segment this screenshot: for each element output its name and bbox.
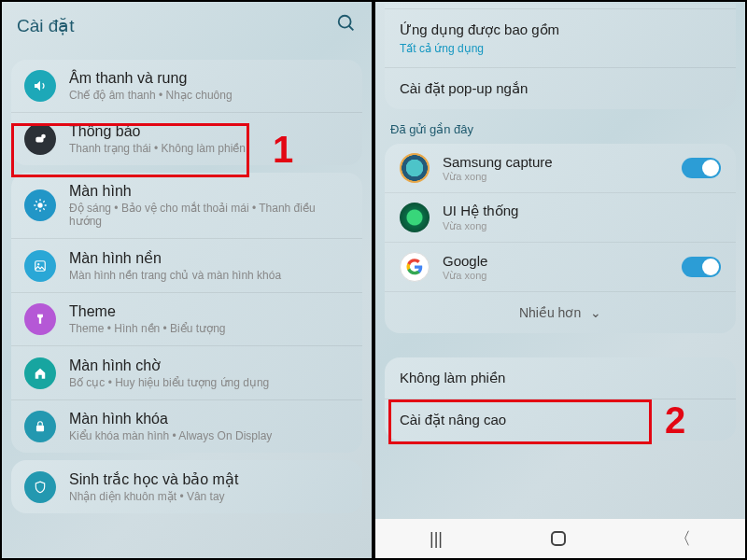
app-sub: Vừa xong: [443, 220, 721, 232]
svg-rect-15: [36, 426, 44, 431]
row-title: Màn hình nền: [69, 249, 349, 267]
app-name: Google: [443, 253, 682, 269]
row-title: Không làm phiền: [400, 370, 721, 386]
settings-group-1: Âm thanh và rung Chế độ âm thanh • Nhạc …: [11, 60, 362, 165]
more-label: Nhiều hơn: [519, 305, 581, 320]
settings-row-home[interactable]: Màn hình chờ Bố cục • Huy hiệu biểu tượn…: [11, 346, 362, 400]
settings-row-theme[interactable]: Theme Theme • Hình nền • Biểu tượng: [11, 293, 362, 346]
svg-line-12: [43, 201, 44, 202]
home-button[interactable]: [551, 531, 566, 546]
brightness-icon: [24, 189, 56, 221]
advanced-row[interactable]: Cài đặt nâng cao: [385, 399, 736, 441]
row-sub: Tất cả ứng dụng: [400, 42, 721, 55]
notification-icon: [24, 123, 56, 155]
theme-icon: [24, 303, 56, 335]
row-title: Sinh trắc học và bảo mật: [69, 470, 349, 488]
app-icon-samsung-capture: [400, 153, 430, 183]
settings-row-display[interactable]: Màn hình Độ sáng • Bảo vệ cho mắt thoải …: [11, 173, 362, 239]
toggle-switch[interactable]: [682, 158, 721, 178]
row-title: Cài đặt pop-up ngắn: [400, 80, 721, 97]
row-title: Thông báo: [69, 123, 349, 140]
svg-line-11: [35, 208, 36, 209]
app-name: Samsung capture: [443, 154, 682, 170]
row-sub: Độ sáng • Bảo vệ cho mắt thoải mái • Tha…: [69, 202, 349, 228]
app-row-google[interactable]: Google Vừa xong: [385, 243, 736, 292]
row-title: Màn hình: [69, 183, 349, 200]
dnd-row[interactable]: Không làm phiền: [385, 357, 736, 399]
settings-row-biometrics[interactable]: Sinh trắc học và bảo mật Nhận diện khuôn…: [11, 460, 362, 513]
wallpaper-icon: [24, 250, 56, 282]
row-title: Ứng dụng được bao gồm: [400, 21, 721, 38]
settings-row-sound[interactable]: Âm thanh và rung Chế độ âm thanh • Nhạc …: [11, 60, 362, 113]
more-button[interactable]: Nhiều hơn ⌄: [385, 292, 736, 333]
popup-settings-row[interactable]: Cài đặt pop-up ngắn: [385, 68, 736, 109]
row-title: Màn hình khóa: [69, 411, 349, 427]
settings-header: Cài đặt: [2, 2, 372, 52]
row-sub: Nhận diện khuôn mặt • Vân tay: [69, 490, 349, 503]
shield-icon: [24, 471, 56, 503]
settings-group-2: Màn hình Độ sáng • Bảo vệ cho mắt thoải …: [11, 173, 362, 453]
settings-row-lockscreen[interactable]: Màn hình khóa Kiểu khóa màn hình • Alway…: [11, 400, 362, 453]
svg-point-14: [37, 263, 39, 265]
app-row-system-ui[interactable]: UI Hệ thống Vừa xong: [385, 193, 736, 243]
row-title: Theme: [69, 303, 349, 320]
app-sub: Vừa xong: [443, 171, 682, 183]
recent-apps-card: Samsung capture Vừa xong UI Hệ thống Vừa…: [385, 144, 736, 333]
svg-line-9: [35, 201, 36, 202]
row-sub: Thanh trạng thái • Không làm phiền: [69, 142, 349, 155]
svg-point-0: [339, 16, 351, 28]
svg-line-10: [43, 208, 44, 209]
search-icon[interactable]: [336, 13, 357, 37]
settings-group-3: Sinh trắc học và bảo mật Nhận diện khuôn…: [11, 460, 362, 513]
chevron-down-icon: ⌄: [590, 305, 601, 320]
home-icon: [24, 357, 56, 389]
row-title: Màn hình chờ: [69, 357, 349, 374]
section-label-recent: Đã gửi gần đây: [385, 119, 736, 142]
settings-row-wallpaper[interactable]: Màn hình nền Màn hình nền trang chủ và m…: [11, 239, 362, 293]
settings-row-notifications[interactable]: Thông báo Thanh trạng thái • Không làm p…: [11, 113, 362, 165]
app-name: UI Hệ thống: [443, 203, 721, 219]
speaker-icon: [24, 70, 56, 102]
svg-line-1: [349, 26, 354, 31]
app-icon-google: [400, 252, 430, 282]
recents-button[interactable]: |||: [430, 529, 443, 549]
lock-icon: [24, 411, 56, 442]
notif-settings-card: Ứng dụng được bao gồm Tất cả ứng dụng Cà…: [385, 4, 736, 109]
svg-point-4: [37, 203, 42, 207]
page-title: Cài đặt: [17, 15, 75, 36]
svg-point-3: [41, 134, 46, 139]
app-row-samsung-capture[interactable]: Samsung capture Vừa xong: [385, 144, 736, 193]
row-sub: Màn hình nền trang chủ và màn hình khóa: [69, 269, 349, 282]
back-button[interactable]: 〈: [674, 527, 691, 550]
row-sub: Bố cục • Huy hiệu biểu tượng ứng dụng: [69, 376, 349, 389]
row-sub: Kiểu khóa màn hình • Always On Display: [69, 429, 349, 442]
app-sub: Vừa xong: [443, 270, 682, 282]
included-apps-row[interactable]: Ứng dụng được bao gồm Tất cả ứng dụng: [385, 9, 736, 68]
row-title: Âm thanh và rung: [69, 70, 349, 87]
toggle-switch[interactable]: [682, 257, 721, 277]
android-navbar: ||| 〈: [375, 519, 745, 558]
row-sub: Theme • Hình nền • Biểu tượng: [69, 322, 349, 335]
row-title: Cài đặt nâng cao: [400, 412, 721, 428]
app-icon-system-ui: [400, 203, 430, 232]
row-sub: Chế độ âm thanh • Nhạc chuông: [69, 89, 349, 102]
bottom-settings-card: Không làm phiền Cài đặt nâng cao: [385, 357, 736, 441]
